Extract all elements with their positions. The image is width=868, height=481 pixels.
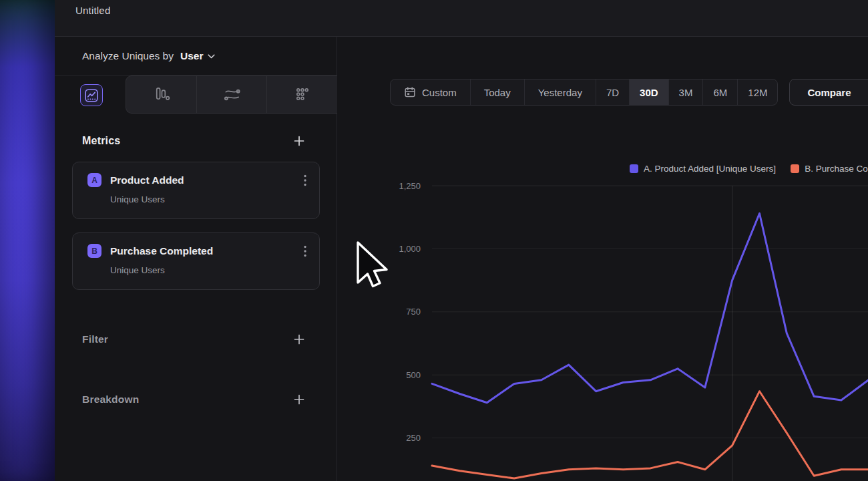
background-gradient bbox=[0, 0, 55, 481]
report-title[interactable]: Untitled bbox=[75, 5, 110, 16]
breakdown-section-header: Breakdown bbox=[55, 390, 337, 409]
flows-waves-icon bbox=[223, 86, 241, 104]
analytics-app-window: Untitled Analyze Uniques by User bbox=[55, 0, 868, 481]
range-custom[interactable]: Custom bbox=[391, 79, 470, 105]
report-type-tabs bbox=[55, 75, 337, 114]
filter-section-header: Filter bbox=[55, 330, 337, 349]
range-7d[interactable]: 7D bbox=[596, 79, 629, 105]
inactive-tab-group bbox=[126, 75, 337, 114]
metric-subtitle[interactable]: Unique Users bbox=[110, 194, 307, 204]
svg-text:750: 750 bbox=[406, 307, 421, 317]
insights-line-chart-icon bbox=[85, 89, 98, 102]
title-bar: Untitled bbox=[55, 0, 868, 37]
range-3m[interactable]: 3M bbox=[668, 79, 703, 105]
kebab-menu-icon[interactable] bbox=[303, 174, 307, 187]
line-chart: 02505007501,0001,250May 2May 4May 6May 8… bbox=[337, 144, 868, 481]
tab-retention[interactable] bbox=[266, 76, 337, 113]
funnel-bars-icon bbox=[152, 86, 170, 104]
add-metric-icon[interactable] bbox=[294, 136, 304, 146]
kebab-menu-icon[interactable] bbox=[303, 245, 307, 258]
breakdown-label: Breakdown bbox=[82, 393, 139, 406]
metrics-label: Metrics bbox=[82, 135, 120, 147]
calendar-icon bbox=[404, 86, 416, 98]
screenshot-stage: Untitled Analyze Uniques by User bbox=[0, 0, 868, 481]
metric-badge-a: A bbox=[87, 173, 101, 187]
chart-panel: Custom Today Yesterday 7D 30D 3M 6M 12M … bbox=[337, 37, 868, 481]
svg-text:1,250: 1,250 bbox=[399, 181, 421, 191]
add-filter-icon[interactable] bbox=[294, 334, 304, 345]
tab-funnels[interactable] bbox=[126, 76, 196, 113]
range-today[interactable]: Today bbox=[470, 79, 524, 105]
analyze-uniques-row: Analyze Uniques by User bbox=[55, 37, 337, 75]
filter-label: Filter bbox=[82, 333, 108, 345]
range-12m[interactable]: 12M bbox=[737, 79, 777, 105]
chevron-down-icon bbox=[208, 54, 215, 59]
analyze-by-dropdown[interactable]: User bbox=[180, 50, 203, 62]
tab-insights[interactable] bbox=[80, 84, 103, 106]
range-yesterday[interactable]: Yesterday bbox=[524, 79, 596, 105]
metric-subtitle[interactable]: Unique Users bbox=[110, 265, 307, 275]
metric-badge-b: B bbox=[87, 244, 101, 258]
retention-dot-grid-icon bbox=[293, 86, 311, 104]
range-30d[interactable]: 30D bbox=[629, 79, 668, 105]
analyze-label: Analyze Uniques by bbox=[82, 50, 174, 62]
metric-title[interactable]: Product Added bbox=[110, 174, 303, 186]
add-breakdown-icon[interactable] bbox=[294, 394, 304, 405]
range-6m[interactable]: 6M bbox=[702, 79, 737, 105]
compare-button[interactable]: Compare bbox=[789, 79, 868, 106]
query-builder-sidebar: Analyze Uniques by User bbox=[55, 37, 337, 481]
metric-card-b[interactable]: B Purchase Completed Unique Users bbox=[72, 232, 320, 290]
svg-text:250: 250 bbox=[406, 433, 421, 443]
metric-card-a[interactable]: A Product Added Unique Users bbox=[72, 162, 320, 219]
tab-flows[interactable] bbox=[196, 76, 267, 113]
svg-text:1,000: 1,000 bbox=[399, 244, 421, 254]
metrics-section-header: Metrics bbox=[55, 135, 337, 147]
date-range-controls: Custom Today Yesterday 7D 30D 3M 6M 12M … bbox=[390, 79, 868, 106]
date-range-segmented-control: Custom Today Yesterday 7D 30D 3M 6M 12M bbox=[390, 79, 778, 106]
svg-text:500: 500 bbox=[406, 370, 421, 380]
metric-title[interactable]: Purchase Completed bbox=[110, 245, 303, 257]
